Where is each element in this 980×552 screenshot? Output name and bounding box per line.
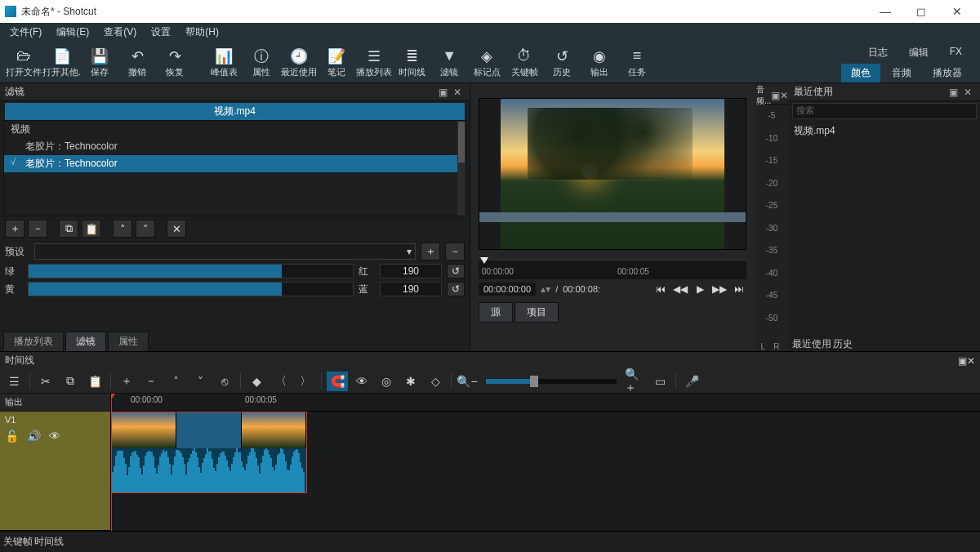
preset-add-button[interactable]: ＋ (421, 243, 440, 260)
timeline-undock-icon[interactable]: ▣ (958, 355, 967, 367)
tab-source[interactable]: 源 (479, 302, 513, 323)
recent-close-icon[interactable]: ✕ (960, 87, 975, 98)
ripple-button[interactable]: ◎ (376, 372, 397, 391)
recent-undock-icon[interactable]: ▣ (946, 87, 960, 98)
video-preview[interactable] (479, 98, 746, 250)
menu-edit[interactable]: 编辑(E) (50, 24, 96, 41)
preset-combo[interactable]: ▾ (34, 243, 416, 260)
remove-filter-button[interactable]: － (28, 220, 47, 238)
preview-playhead-icon[interactable] (480, 257, 488, 264)
history-button[interactable]: ↺历史 (543, 43, 581, 82)
copy-filter-button[interactable]: ⧉ (59, 220, 78, 238)
open-other-button[interactable]: 📄打开其他. (42, 43, 81, 82)
track-lock-icon[interactable]: 🔓 (5, 430, 19, 443)
timeline-close-icon[interactable]: ✕ (967, 355, 975, 367)
marker-add-button[interactable]: ◆ (246, 372, 267, 391)
paste-clip-button[interactable]: 📋 (84, 372, 105, 391)
properties-button[interactable]: ⓘ属性 (243, 43, 280, 82)
timeline-ruler[interactable]: 00:00:00 00:00:05 (111, 394, 980, 412)
slider-reset-green[interactable]: ↺ (447, 264, 465, 278)
timeline-track-header-v1[interactable]: V1 🔓 🔊 👁 (0, 412, 110, 531)
overwrite-button[interactable]: ˅ (189, 372, 211, 391)
add-filter-button[interactable]: ＋ (5, 220, 24, 238)
timeline-menu-button[interactable]: ☰ (3, 372, 24, 391)
filters-button[interactable]: ▼滤镜 (430, 43, 468, 82)
append-button[interactable]: ＋ (116, 372, 137, 391)
playlist-button[interactable]: ☰播放列表 (355, 43, 393, 82)
meter-undock-icon[interactable]: ▣ (771, 90, 780, 101)
zoom-fit-button[interactable]: ▭ (649, 372, 670, 391)
track-mute-icon[interactable]: 🔊 (27, 430, 41, 443)
menu-settings[interactable]: 设置 (145, 24, 177, 41)
output-button[interactable]: ◉输出 (581, 43, 618, 82)
disable-filter-button[interactable]: ✕ (167, 220, 186, 238)
maximize-button[interactable]: ◻ (903, 5, 939, 18)
preset-remove-button[interactable]: － (445, 243, 465, 260)
timeline-clip[interactable]: 视频.mp4 (111, 412, 307, 493)
preview-ruler[interactable]: 00:00:00 00:00:05 (479, 260, 746, 279)
filter-list-scrollbar[interactable] (457, 121, 466, 216)
filter-item[interactable]: 老胶片：Technocolor (4, 138, 466, 155)
recent-search-input[interactable]: 搜索 (792, 103, 977, 119)
ripple-markers-button[interactable]: ◇ (425, 372, 446, 391)
tab-playlist[interactable]: 播放列表 (3, 332, 64, 351)
move-filter-up-button[interactable]: ˄ (113, 220, 132, 238)
mode-edit[interactable]: 编辑 (899, 43, 938, 62)
mode-audio[interactable]: 音频 (882, 64, 921, 82)
tab-timeline[interactable]: 时间线 (34, 535, 64, 549)
tab-filters[interactable]: 滤镜 (65, 332, 106, 351)
zoom-slider[interactable] (486, 379, 617, 384)
mode-color[interactable]: 颜色 (841, 64, 880, 82)
recent-button[interactable]: 🕘最近使用 (280, 43, 318, 82)
slider-value-green[interactable]: 190 (380, 264, 442, 278)
lift-button[interactable]: ˄ (165, 372, 186, 391)
skip-end-button[interactable]: ⏭ (732, 283, 746, 295)
save-button[interactable]: 💾保存 (81, 43, 118, 82)
play-button[interactable]: ▶ (693, 283, 707, 295)
skip-start-button[interactable]: ⏮ (653, 283, 668, 295)
snap-button[interactable]: 🧲 (327, 372, 348, 391)
cut-button[interactable]: ✂ (35, 372, 56, 391)
filter-clip-name[interactable]: 视频.mp4 (5, 103, 465, 120)
redo-button[interactable]: ↷恢复 (156, 43, 194, 82)
slider-reset-yellow[interactable]: ↺ (447, 282, 465, 296)
copy-clip-button[interactable]: ⧉ (60, 372, 81, 391)
notes-button[interactable]: 📝笔记 (318, 43, 355, 82)
menu-view[interactable]: 查看(V) (97, 24, 143, 41)
mode-log[interactable]: 日志 (858, 43, 898, 62)
recent-item[interactable]: 视频.mp4 (794, 122, 975, 140)
move-filter-down-button[interactable]: ˅ (136, 220, 155, 238)
tab-recent[interactable]: 最近使用 (792, 337, 831, 351)
paste-filter-button[interactable]: 📋 (82, 220, 101, 238)
panel-close-icon[interactable]: ✕ (450, 87, 465, 98)
slider-green[interactable] (28, 264, 354, 278)
timecode-current[interactable]: 00:00:00:00 (479, 283, 536, 296)
track-hide-icon[interactable]: 👁 (49, 430, 60, 443)
timecode-spinner-icon[interactable]: ▴▾ (541, 283, 550, 295)
undo-button[interactable]: ↶撤销 (118, 43, 156, 82)
tab-project[interactable]: 项目 (514, 302, 559, 323)
open-file-button[interactable]: 🗁打开文件 (5, 43, 42, 82)
mode-fx[interactable]: FX (940, 43, 972, 62)
peak-meter-button[interactable]: 📊峰值表 (205, 43, 243, 82)
scrub-button[interactable]: 👁 (351, 372, 372, 391)
split-button[interactable]: ⎋ (214, 372, 235, 391)
minimize-button[interactable]: — (867, 5, 903, 18)
slider-value-yellow[interactable]: 190 (380, 282, 442, 296)
timeline-button[interactable]: ≣时间线 (393, 43, 430, 82)
record-audio-button[interactable]: 🎤 (681, 372, 702, 391)
close-button[interactable]: ✕ (939, 5, 975, 18)
slider-yellow[interactable] (28, 282, 354, 296)
timeline-output-header[interactable]: 输出 (0, 394, 110, 412)
mode-player[interactable]: 播放器 (923, 64, 972, 82)
tasks-button[interactable]: ≡任务 (618, 43, 656, 82)
markers-button[interactable]: ◈标记点 (468, 43, 506, 82)
menu-file[interactable]: 文件(F) (3, 24, 48, 41)
prev-marker-button[interactable]: 〈 (270, 372, 292, 391)
filter-item[interactable]: √ 老胶片：Technocolor (4, 155, 466, 172)
zoom-in-button[interactable]: 🔍＋ (625, 372, 646, 391)
timeline-playhead[interactable] (111, 394, 112, 531)
fast-forward-button[interactable]: ▶▶ (712, 283, 727, 295)
meter-close-icon[interactable]: ✕ (780, 90, 788, 101)
tab-properties[interactable]: 属性 (108, 332, 149, 351)
